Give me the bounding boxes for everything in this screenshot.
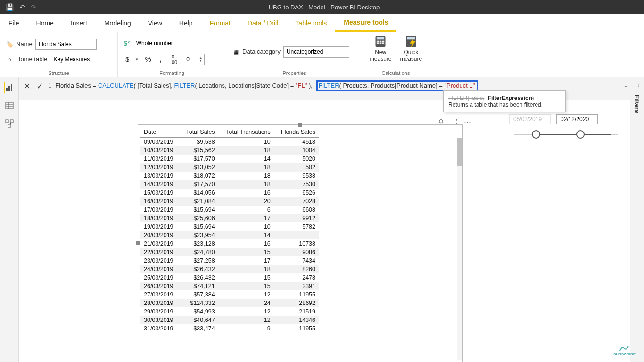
format-select[interactable]: Whole number: [133, 38, 194, 49]
window-title: UBG to DAX - Model - Power BI Desktop: [42, 4, 606, 11]
report-view-icon[interactable]: [4, 82, 15, 93]
data-table: Date Total Sales Total Transations Flori…: [140, 127, 319, 333]
slicer-end-date[interactable]: 02/12/2020: [556, 114, 598, 124]
dax-eq: =: [91, 82, 98, 89]
decimals-stepper[interactable]: 0 ▲▼: [184, 54, 205, 65]
tab-insert[interactable]: Insert: [62, 14, 96, 32]
save-icon[interactable]: 💾: [6, 3, 14, 11]
tab-tabletools[interactable]: Table tools: [287, 14, 335, 32]
table-row[interactable]: 30/03/2019$40,6471214346: [140, 316, 319, 324]
tab-view[interactable]: View: [140, 14, 171, 32]
group-structure: 🏷️ Name ⌂ Home table Key Measures Struct…: [0, 32, 118, 77]
data-view-icon[interactable]: [4, 100, 15, 111]
resize-handle-left[interactable]: [136, 241, 140, 245]
table-row[interactable]: 26/03/2019$74,121152391: [140, 282, 319, 290]
category-icon: ▦: [232, 48, 239, 56]
tag-icon: 🏷️: [6, 41, 13, 48]
datacat-label: Data category: [242, 48, 281, 55]
table-row[interactable]: 28/03/2019$124,3322428692: [140, 299, 319, 307]
table-row[interactable]: 24/03/2019$26,432188260: [140, 265, 319, 273]
percent-button[interactable]: %: [143, 54, 153, 64]
redo-icon[interactable]: ↷: [31, 3, 36, 11]
table-row[interactable]: 31/03/2019$33,474911955: [140, 324, 319, 333]
table-row[interactable]: 25/03/2019$26,432152478: [140, 273, 319, 282]
currency-button[interactable]: $: [124, 54, 131, 64]
dax-fl-string: "FL": [296, 82, 307, 89]
hometable-label: Home table: [16, 56, 47, 63]
table-row[interactable]: 23/03/2019$27,258177434: [140, 256, 319, 265]
col-totalsales[interactable]: Total Sales: [180, 127, 219, 138]
group-label-calculations: Calculations: [369, 68, 423, 76]
svg-rect-6: [380, 42, 382, 44]
undo-icon[interactable]: ↶: [19, 3, 25, 11]
ribbon: 🏷️ Name ⌂ Home table Key Measures Struct…: [0, 32, 644, 77]
svg-rect-5: [377, 42, 379, 44]
table-row[interactable]: 10/03/2019$15,562181004: [140, 146, 319, 155]
scrollbar-thumb[interactable]: [457, 138, 462, 166]
tab-help[interactable]: Help: [171, 14, 201, 32]
model-view-icon[interactable]: [4, 118, 15, 129]
group-label-structure: Structure: [6, 68, 112, 76]
measure-name-input[interactable]: [35, 39, 97, 50]
tab-format[interactable]: Format: [201, 14, 239, 32]
more-options-icon[interactable]: ⋯: [464, 118, 471, 126]
svg-rect-17: [6, 120, 8, 123]
dax-editor[interactable]: 1Florida Sales = CALCULATE( [Total Sales…: [48, 80, 619, 91]
col-floridasales[interactable]: Florida Sales: [274, 127, 319, 138]
table-row[interactable]: 21/03/2019$23,1281610738: [140, 239, 319, 248]
tab-datadrill[interactable]: Data / Drill: [239, 14, 287, 32]
svg-line-21: [10, 123, 12, 124]
comma-button[interactable]: ,: [158, 54, 164, 64]
tab-measuretools[interactable]: Measure tools: [335, 14, 396, 32]
table-row[interactable]: 27/03/2019$57,3841211955: [140, 290, 319, 299]
decimal-shift-icon[interactable]: .0.00: [168, 53, 179, 66]
commit-formula-icon[interactable]: ✓: [36, 81, 43, 91]
table-row[interactable]: 18/03/2019$25,606179912: [140, 214, 319, 222]
group-label-properties: Properties: [232, 68, 357, 76]
svg-rect-1: [377, 37, 384, 40]
table-row[interactable]: 19/03/2019$15,694105782: [140, 222, 319, 231]
dax-prod1-string: "Product 1": [445, 82, 475, 89]
new-measure-button[interactable]: New measure: [367, 35, 395, 63]
svg-rect-7: [382, 42, 385, 44]
hometable-select[interactable]: Key Measures: [50, 54, 111, 65]
expand-filters-icon[interactable]: 〈: [635, 82, 640, 90]
col-date[interactable]: Date: [140, 127, 180, 138]
subscribe-watermark: SUBSCRIBE: [613, 345, 636, 356]
tab-modeling[interactable]: Modeling: [96, 14, 140, 32]
slicer-slider[interactable]: [509, 130, 622, 140]
table-scrollbar[interactable]: [457, 138, 462, 360]
datacat-select[interactable]: Uncategorized: [283, 46, 349, 58]
slider-handle-start[interactable]: [532, 130, 540, 139]
table-row[interactable]: 16/03/2019$21,084207028: [140, 197, 319, 206]
table-row[interactable]: 11/03/2019$17,570145020: [140, 155, 319, 163]
table-row[interactable]: 20/03/2019$23,95414: [140, 231, 319, 239]
tab-file[interactable]: File: [0, 14, 28, 32]
table-row[interactable]: 17/03/2019$15,69466608: [140, 206, 319, 214]
group-formatting: $ᐟ Whole number $▾ % , .0.00 0 ▲▼ Format…: [118, 32, 226, 77]
table-row[interactable]: 13/03/2019$18,072189538: [140, 172, 319, 180]
table-row[interactable]: 14/03/2019$17,570187530: [140, 180, 319, 189]
slicer-start-date[interactable]: 05/03/2019: [509, 114, 551, 124]
slider-handle-end[interactable]: [576, 130, 585, 139]
report-canvas[interactable]: ⚲ ⛶ ⋯ 05/03/2019 02/12/2020 Date Total S…: [19, 100, 630, 362]
table-row[interactable]: 09/03/2019$9,538104518: [140, 138, 319, 147]
col-totaltrans[interactable]: Total Transations: [219, 127, 274, 138]
dax-filter2: FILTER: [319, 82, 339, 89]
ribbon-tabs: File Home Insert Modeling View Help Form…: [0, 14, 644, 32]
table-row[interactable]: 12/03/2019$13,05218502: [140, 163, 319, 172]
table-row[interactable]: 29/03/2019$54,9931221519: [140, 307, 319, 316]
dax-totalsales: [Total Sales]: [138, 82, 171, 89]
table-visual[interactable]: Date Total Sales Total Transations Flori…: [138, 124, 463, 362]
filters-pane-collapsed: 〈 Filters: [630, 77, 644, 362]
table-row[interactable]: 15/03/2019$14,056166526: [140, 189, 319, 197]
svg-rect-12: [11, 84, 12, 91]
svg-rect-13: [6, 102, 13, 109]
quick-measure-button[interactable]: Quick measure: [397, 35, 425, 63]
cancel-formula-icon[interactable]: ✕: [24, 81, 31, 91]
svg-rect-4: [382, 41, 385, 42]
expand-formula-icon[interactable]: ⌄: [623, 80, 628, 89]
tab-home[interactable]: Home: [28, 14, 62, 32]
date-slicer[interactable]: 05/03/2019 02/12/2020: [509, 114, 622, 140]
table-row[interactable]: 22/03/2019$24,780159086: [140, 248, 319, 256]
